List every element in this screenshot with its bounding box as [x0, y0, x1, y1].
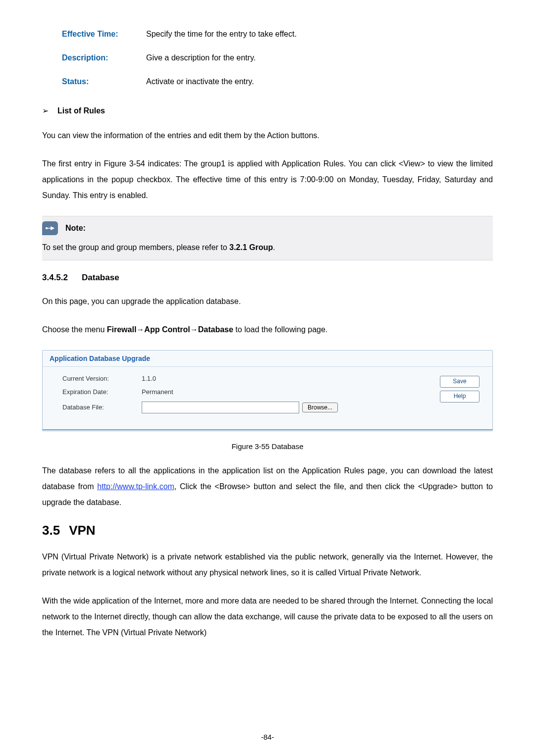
bullet-heading: ➢ List of Rules: [42, 106, 493, 115]
note-body: To set the group and group members, plea…: [42, 241, 493, 254]
note-box: Note: To set the group and group members…: [42, 216, 493, 260]
definitions-table: Effective Time: Specify the time for the…: [62, 30, 493, 86]
figure-caption: Figure 3-55 Database: [42, 442, 493, 451]
section-title: VPN: [69, 523, 95, 538]
panel-body: Current Version: 1.1.0 Expiration Date: …: [43, 367, 492, 429]
form-row-expiration: Expiration Date: Permanent: [62, 388, 435, 396]
panel-title: Application Database Upgrade: [43, 351, 492, 367]
def-label-description: Description:: [62, 53, 146, 62]
body-paragraph: You can view the information of the entr…: [42, 128, 493, 144]
def-value-description: Give a description for the entry.: [146, 53, 256, 62]
form-row-version: Current Version: 1.1.0: [62, 375, 435, 382]
form-row-file: Database File: Browse...: [62, 402, 435, 413]
body-paragraph: With the wide application of the Interne…: [42, 593, 493, 641]
page-number: -84-: [0, 733, 535, 741]
hand-pointer-icon: [42, 221, 58, 235]
browse-button[interactable]: Browse...: [302, 403, 338, 412]
current-version-value: 1.1.0: [142, 375, 156, 382]
page-container: Effective Time: Specify the time for the…: [0, 0, 535, 756]
text-prefix: Choose the menu: [42, 325, 107, 334]
panel-footer-divider: [43, 429, 492, 431]
definition-row: Status: Activate or inactivate the entry…: [62, 77, 493, 86]
note-text-suffix: .: [273, 243, 275, 252]
section-number: 3.5: [42, 523, 60, 538]
section-number: 3.4.5.2: [42, 273, 68, 282]
def-label-status: Status:: [62, 77, 146, 86]
save-button[interactable]: Save: [440, 376, 480, 388]
body-paragraph: On this page, you can upgrade the applic…: [42, 294, 493, 309]
section-heading-3-5: 3.5VPN: [42, 523, 493, 538]
help-button[interactable]: Help: [440, 391, 480, 403]
arrow-icon: ➢: [42, 106, 49, 115]
body-paragraph: The database refers to all the applicati…: [42, 463, 493, 510]
definition-row: Effective Time: Specify the time for the…: [62, 30, 493, 39]
app-db-upgrade-panel: Application Database Upgrade Current Ver…: [42, 350, 493, 431]
note-text-bold: 3.2.1 Group: [229, 243, 273, 252]
current-version-label: Current Version:: [62, 375, 142, 382]
database-file-value-wrap: Browse...: [142, 402, 338, 413]
svg-point-0: [46, 227, 48, 229]
expiration-label: Expiration Date:: [62, 388, 142, 396]
form-area: Current Version: 1.1.0 Expiration Date: …: [62, 375, 435, 419]
database-file-label: Database File:: [62, 403, 142, 411]
section-heading-3-4-5-2: 3.4.5.2Database: [42, 273, 493, 283]
body-paragraph: VPN (Virtual Private Network) is a priva…: [42, 549, 493, 581]
expiration-value: Permanent: [142, 388, 173, 396]
database-file-input[interactable]: [142, 402, 299, 413]
definition-row: Description: Give a description for the …: [62, 53, 493, 62]
def-value-status: Activate or inactivate the entry.: [146, 77, 254, 86]
def-value-effective-time: Specify the time for the entry to take e…: [146, 30, 297, 39]
def-label-effective-time: Effective Time:: [62, 30, 146, 39]
breadcrumb: Firewall→App Control→Database: [107, 325, 233, 334]
tp-link-url[interactable]: http://www.tp-link.com: [97, 482, 174, 491]
note-label: Note:: [65, 224, 86, 233]
section-title: Database: [82, 273, 119, 282]
body-paragraph: The first entry in Figure 3-54 indicates…: [42, 156, 493, 203]
note-header: Note:: [42, 221, 493, 235]
bullet-heading-text: List of Rules: [57, 106, 105, 115]
text-suffix: to load the following page.: [233, 325, 327, 334]
note-text-prefix: To set the group and group members, plea…: [42, 243, 229, 252]
side-buttons: Save Help: [440, 375, 482, 419]
body-paragraph: Choose the menu Firewall→App Control→Dat…: [42, 322, 493, 338]
